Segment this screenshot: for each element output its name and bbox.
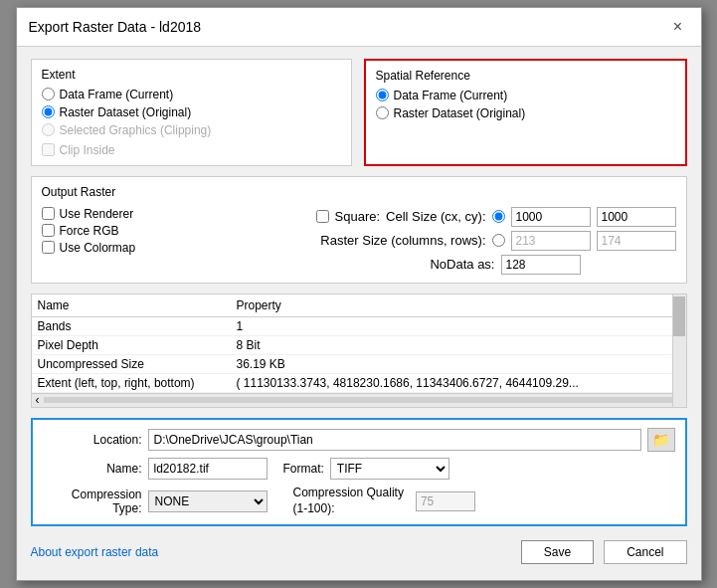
output-raster-label: Output Raster (42, 185, 676, 199)
title-bar: Export Raster Data - ld2018 × (17, 8, 701, 47)
row-prop-extent: ( 11130133.3743, 4818230.1686, 11343406.… (237, 376, 666, 390)
dialog-title: Export Raster Data - ld2018 (29, 19, 202, 35)
extent-option2-row: Raster Dataset (Original) (42, 105, 341, 119)
force-rgb-checkbox[interactable] (42, 224, 55, 237)
row-name-uncompressed: Uncompressed Size (38, 357, 237, 371)
raster-cols-input[interactable] (511, 231, 591, 251)
cell-size-radio[interactable] (492, 210, 505, 223)
location-row: Location: 📁 (43, 428, 675, 452)
name-format-row: Name: Format: TIFF (43, 458, 675, 480)
scrollbar-thumb[interactable] (673, 296, 685, 336)
location-section: Location: 📁 Name: Format: TIFF Compressi… (31, 418, 687, 526)
extent-option2-label: Raster Dataset (Original) (60, 105, 192, 119)
use-colormap-checkbox[interactable] (42, 241, 55, 254)
table-row: Bands 1 (32, 317, 672, 336)
spatial-option2-radio[interactable] (376, 106, 389, 119)
spatial-reference-box: Spatial Reference Data Frame (Current) R… (364, 59, 687, 166)
extent-option3-row: Selected Graphics (Clipping) (42, 123, 341, 137)
name-label: Name: (43, 462, 142, 476)
properties-table: Name Property Bands 1 Pixel Depth 8 Bit … (31, 294, 687, 408)
square-label: Square: (335, 209, 381, 224)
table-col1-header: Name (38, 298, 237, 312)
export-raster-dialog: Export Raster Data - ld2018 × Extent Dat… (16, 7, 702, 581)
browse-folder-button[interactable]: 📁 (647, 428, 675, 452)
format-select[interactable]: TIFF (330, 458, 449, 480)
row-prop-uncompressed: 36.19 KB (237, 357, 666, 371)
force-rgb-label: Force RGB (60, 224, 119, 238)
table-row: Pixel Depth 8 Bit (32, 336, 672, 355)
top-section: Extent Data Frame (Current) Raster Datas… (31, 59, 687, 166)
about-link[interactable]: About export raster data (31, 545, 159, 559)
use-colormap-label: Use Colormap (60, 241, 136, 255)
footer-row: About export raster data Save Cancel (31, 536, 687, 568)
spatial-reference-label: Spatial Reference (376, 69, 675, 83)
table-col2-header: Property (237, 298, 666, 312)
row-prop-pixeldepth: 8 Bit (237, 338, 666, 352)
spatial-option2-label: Raster Dataset (Original) (394, 106, 526, 120)
raster-size-radio[interactable] (492, 234, 505, 247)
extent-option3-label: Selected Graphics (Clipping) (60, 123, 212, 137)
cell-cy-input[interactable] (597, 207, 676, 227)
use-renderer-label: Use Renderer (60, 207, 134, 221)
output-right-inputs: Square: Cell Size (cx, cy): Raster Size … (221, 207, 676, 275)
square-checkbox[interactable] (316, 210, 329, 223)
quality-input[interactable] (416, 491, 475, 511)
extent-option1-radio[interactable] (42, 88, 55, 100)
clip-inside-checkbox[interactable] (42, 143, 55, 156)
format-label: Format: (283, 462, 324, 476)
compression-select[interactable]: NONE (148, 490, 268, 512)
horizontal-scrollbar[interactable]: ‹ › (32, 393, 686, 407)
spatial-option1-label: Data Frame (Current) (394, 89, 508, 102)
name-input[interactable] (148, 458, 268, 480)
close-button[interactable]: × (667, 16, 689, 38)
cell-size-label: Cell Size (cx, cy): (386, 209, 485, 224)
output-raster-inner: Use Renderer Force RGB Use Colormap (42, 207, 676, 275)
force-rgb-row: Force RGB (42, 224, 221, 238)
quality-label: Compression Quality(1-100): (293, 486, 404, 516)
clip-inside-label: Clip Inside (60, 143, 115, 157)
table-row: Extent (left, top, right, bottom) ( 1113… (32, 374, 672, 393)
dialog-body: Extent Data Frame (Current) Raster Datas… (17, 47, 701, 580)
extent-label: Extent (42, 68, 341, 82)
nodata-row: NoData as: (221, 255, 676, 275)
extent-option3-radio[interactable] (42, 123, 55, 136)
location-label: Location: (43, 433, 142, 447)
raster-rows-input[interactable] (597, 231, 676, 251)
extent-option1-row: Data Frame (Current) (42, 88, 341, 101)
output-left-checks: Use Renderer Force RGB Use Colormap (42, 207, 221, 258)
vertical-scrollbar[interactable] (672, 294, 686, 407)
clip-inside-row: Clip Inside (42, 143, 341, 157)
compression-label: Compression Type: (43, 488, 142, 515)
table-header: Name Property (32, 294, 672, 317)
nodata-input[interactable] (501, 255, 581, 275)
row-name-pixeldepth: Pixel Depth (38, 338, 237, 352)
raster-size-row: Raster Size (columns, rows): (221, 231, 676, 251)
extent-option2-radio[interactable] (42, 105, 55, 118)
raster-size-label: Raster Size (columns, rows): (320, 233, 485, 248)
cancel-button[interactable]: Cancel (604, 540, 686, 564)
spatial-option2-row: Raster Dataset (Original) (376, 106, 675, 120)
row-name-bands: Bands (38, 319, 237, 333)
use-renderer-checkbox[interactable] (42, 207, 55, 220)
row-prop-bands: 1 (237, 319, 666, 333)
action-buttons: Save Cancel (521, 540, 687, 564)
output-raster-section: Output Raster Use Renderer Force RGB Use… (31, 176, 687, 284)
use-colormap-row: Use Colormap (42, 241, 221, 255)
save-button[interactable]: Save (521, 540, 594, 564)
compression-row: Compression Type: NONE Compression Quali… (43, 486, 675, 516)
row-name-extent: Extent (left, top, right, bottom) (38, 376, 237, 390)
scroll-left-arrow[interactable]: ‹ (32, 393, 44, 407)
table-row: Uncompressed Size 36.19 KB (32, 355, 672, 374)
location-input[interactable] (148, 429, 641, 451)
spatial-option1-radio[interactable] (376, 89, 389, 101)
cell-size-row: Square: Cell Size (cx, cy): (221, 207, 676, 227)
nodata-label: NoData as: (430, 257, 494, 272)
extent-option1-label: Data Frame (Current) (60, 88, 174, 101)
use-renderer-row: Use Renderer (42, 207, 221, 221)
spatial-option1-row: Data Frame (Current) (376, 89, 675, 102)
folder-icon: 📁 (652, 432, 669, 448)
cell-cx-input[interactable] (511, 207, 591, 227)
extent-box: Extent Data Frame (Current) Raster Datas… (31, 59, 352, 166)
